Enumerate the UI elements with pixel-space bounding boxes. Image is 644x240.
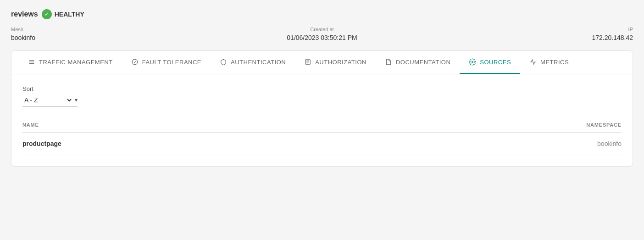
tab-metrics[interactable]: METRICS xyxy=(520,51,578,74)
mesh-label: Mesh xyxy=(11,27,218,32)
meta-ip: IP 172.20.148.42 xyxy=(426,27,633,41)
col-name-header: NAME xyxy=(22,122,39,128)
meta-mesh: Mesh bookinfo xyxy=(11,27,218,41)
tab-sources[interactable]: SOURCES xyxy=(460,51,520,74)
health-label: HEALTHY xyxy=(55,11,84,18)
meta-created: Created at 01/06/2023 03:50:21 PM xyxy=(218,27,426,41)
chart-icon xyxy=(529,58,537,66)
sort-label: Sort xyxy=(22,85,622,92)
health-badge: ✓ HEALTHY xyxy=(42,9,84,19)
data-table: NAME NAMESPACE productpage bookinfo xyxy=(22,117,622,155)
tab-fault-label: FAULT TOLERANCE xyxy=(142,59,201,66)
tab-docs-label: DOCUMENTATION xyxy=(396,59,450,66)
sort-select-wrapper[interactable]: A - Z Z - A ▾ xyxy=(22,96,78,106)
row-name: productpage xyxy=(22,140,61,147)
ip-label: IP xyxy=(426,27,633,32)
tab-authz-label: AUTHORIZATION xyxy=(315,59,366,66)
doc-icon xyxy=(385,58,392,66)
tab-sources-label: SOURCES xyxy=(480,59,511,66)
table-header: NAME NAMESPACE xyxy=(22,117,622,133)
main-card: TRAFFIC MANAGEMENT FAULT TOLERANCE AUTHE… xyxy=(11,50,633,167)
wifi-icon xyxy=(469,58,476,66)
sort-select[interactable]: A - Z Z - A xyxy=(22,96,73,104)
mesh-value: bookinfo xyxy=(11,34,218,41)
ip-value: 172.20.148.42 xyxy=(426,34,633,41)
sort-section: Sort A - Z Z - A ▾ xyxy=(22,85,622,106)
header-top: reviews ✓ HEALTHY xyxy=(11,9,633,19)
route-icon xyxy=(28,58,35,66)
tab-authentication[interactable]: AUTHENTICATION xyxy=(211,51,295,74)
tab-auth-label: AUTHENTICATION xyxy=(231,59,286,66)
tab-documentation[interactable]: DOCUMENTATION xyxy=(376,51,460,74)
tab-traffic-management[interactable]: TRAFFIC MANAGEMENT xyxy=(19,51,122,74)
chevron-down-icon: ▾ xyxy=(75,97,78,103)
tab-traffic-label: TRAFFIC MANAGEMENT xyxy=(39,59,113,66)
created-value: 01/06/2023 03:50:21 PM xyxy=(218,34,426,41)
healthy-icon: ✓ xyxy=(42,9,52,19)
svg-point-5 xyxy=(472,61,473,63)
check-circle-icon xyxy=(131,58,139,66)
tab-fault-tolerance[interactable]: FAULT TOLERANCE xyxy=(122,51,211,74)
svg-point-6 xyxy=(471,59,474,65)
page-container: reviews ✓ HEALTHY Mesh bookinfo Created … xyxy=(0,0,644,176)
list-icon xyxy=(304,58,311,66)
tab-authorization[interactable]: AUTHORIZATION xyxy=(295,51,376,74)
created-label: Created at xyxy=(218,27,426,32)
tabs-container: TRAFFIC MANAGEMENT FAULT TOLERANCE AUTHE… xyxy=(11,51,633,74)
row-namespace: bookinfo xyxy=(597,140,622,147)
service-name: reviews xyxy=(11,10,38,18)
table-row: productpage bookinfo xyxy=(22,133,622,155)
col-namespace-header: NAMESPACE xyxy=(586,122,622,128)
content-area: Sort A - Z Z - A ▾ NAME NAMESPACE produc… xyxy=(11,74,633,166)
shield-icon xyxy=(220,58,227,66)
meta-row: Mesh bookinfo Created at 01/06/2023 03:5… xyxy=(11,27,633,41)
tab-metrics-label: METRICS xyxy=(540,59,569,66)
